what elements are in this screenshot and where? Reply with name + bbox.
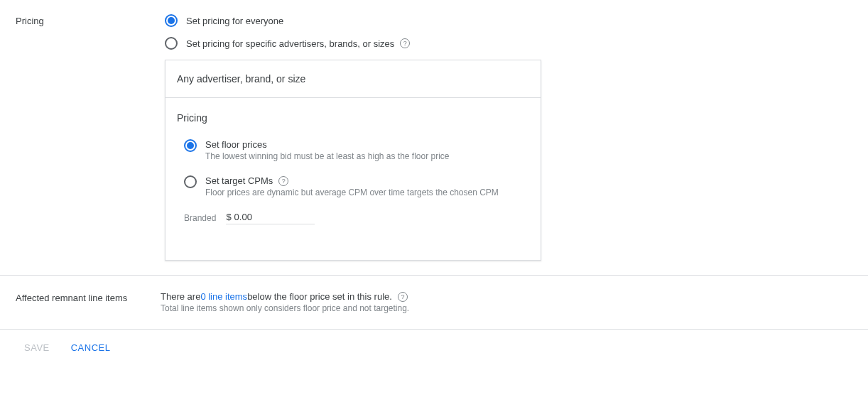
affected-subtext: Total line items shown only considers fl… [161, 303, 409, 313]
target-cpm-label: Set target CPMs [205, 175, 273, 186]
pricing-card-header: Any advertiser, brand, or size [166, 60, 541, 98]
pricing-card-body: Pricing Set floor prices The lowest winn… [166, 98, 541, 260]
help-icon[interactable]: ? [278, 176, 288, 186]
save-button[interactable]: SAVE [24, 342, 50, 353]
floor-prices-option[interactable]: Set floor prices The lowest winning bid … [177, 139, 529, 161]
cancel-button[interactable]: CANCEL [71, 342, 111, 353]
help-icon[interactable]: ? [400, 38, 410, 48]
affected-content: There are 0 line items below the floor p… [161, 291, 409, 313]
floor-prices-label: Set floor prices [205, 139, 450, 150]
radio-icon [165, 37, 178, 50]
target-cpm-desc: Floor prices are dynamic but average CPM… [205, 188, 499, 197]
affected-section-label: Affected remnant line items [16, 291, 161, 313]
radio-icon [184, 175, 197, 188]
pricing-scope-everyone-option[interactable]: Set pricing for everyone [165, 14, 868, 27]
footer-actions: SAVE CANCEL [0, 330, 868, 366]
floor-prices-desc: The lowest winning bid must be at least … [205, 151, 450, 161]
affected-text-suffix: below the floor price set in this rule. [247, 291, 392, 302]
pricing-scope-specific-option[interactable]: Set pricing for specific advertisers, br… [165, 37, 868, 50]
radio-icon [184, 139, 197, 152]
target-cpm-option[interactable]: Set target CPMs ? Floor prices are dynam… [177, 175, 529, 197]
radio-icon [165, 14, 178, 27]
branded-price-label: Branded [184, 213, 216, 223]
branded-price-field-wrap: $ [226, 212, 315, 224]
affected-section: Affected remnant line items There are 0 … [0, 276, 868, 329]
pricing-card: Any advertiser, brand, or size Pricing S… [165, 60, 541, 261]
currency-symbol: $ [226, 212, 231, 222]
pricing-section: Pricing Set pricing for everyone Set pri… [0, 0, 868, 275]
help-icon[interactable]: ? [398, 292, 408, 302]
pricing-scope-specific-label: Set pricing for specific advertisers, br… [186, 38, 394, 49]
pricing-section-label: Pricing [16, 14, 165, 261]
line-items-link[interactable]: 0 line items [200, 291, 247, 302]
branded-price-input[interactable] [234, 212, 315, 222]
affected-text-prefix: There are [161, 291, 200, 302]
pricing-scope-everyone-label: Set pricing for everyone [186, 16, 283, 26]
pricing-section-content: Set pricing for everyone Set pricing for… [165, 14, 868, 261]
branded-price-row: Branded $ [177, 212, 529, 224]
pricing-card-title: Pricing [177, 112, 529, 124]
